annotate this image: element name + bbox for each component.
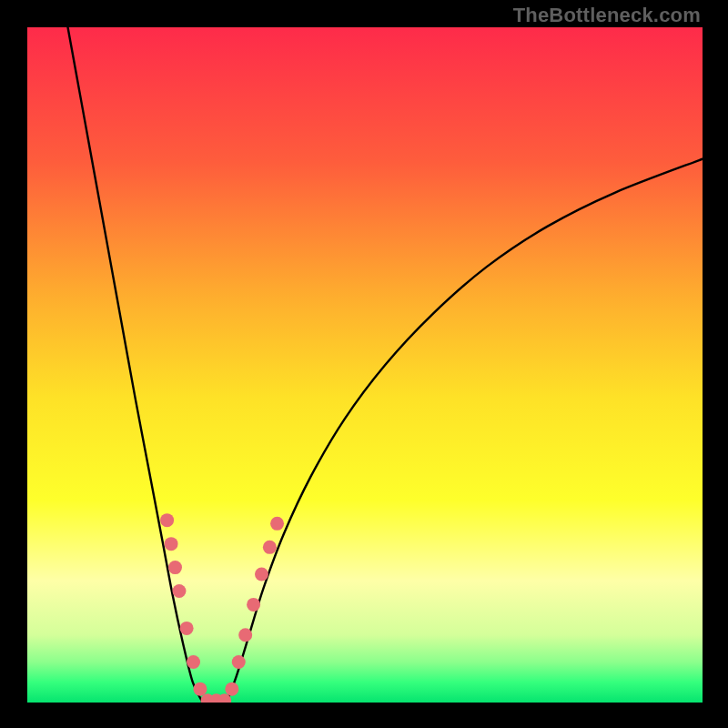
data-marker [168, 561, 182, 574]
data-marker [225, 682, 238, 696]
data-marker [165, 537, 178, 551]
data-marker [263, 541, 277, 554]
data-marker [180, 622, 194, 635]
data-marker [193, 682, 207, 696]
chart-plot-area [27, 27, 703, 703]
data-marker [255, 568, 268, 581]
data-marker [247, 598, 260, 612]
data-marker [160, 513, 174, 527]
data-marker [187, 655, 200, 669]
data-marker [270, 517, 284, 531]
bottleneck-curve-chart [27, 27, 703, 703]
data-marker [232, 655, 246, 669]
outer-frame: TheBottleneck.com [0, 0, 728, 728]
watermark-text: TheBottleneck.com [513, 4, 701, 27]
data-marker [172, 584, 186, 598]
data-marker [238, 628, 252, 642]
